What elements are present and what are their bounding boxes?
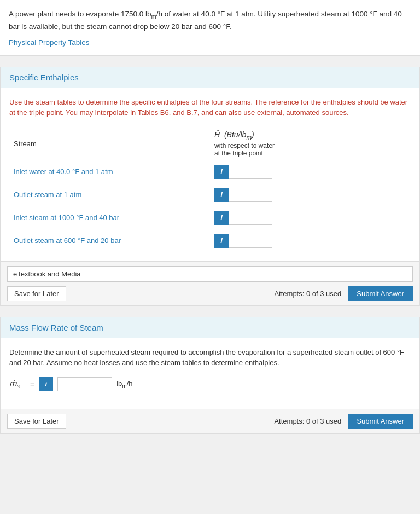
stream-row-2: Outlet steam at 1 atm i [9, 183, 411, 206]
info-button-2[interactable]: i [214, 188, 229, 202]
specific-enthalpies-title: Specific Enthalpies [9, 73, 79, 82]
enthalpy-math: Ĥ (Btu/lbm) [214, 130, 406, 141]
stream-row-4: Outlet steam at 600 °F and 20 bar i [9, 229, 411, 252]
stream-input-cell-4: i [210, 229, 411, 252]
stream-row-1: Inlet water at 40.0 °F and 1 atm i [9, 160, 411, 183]
action-bar-2: Save for Later Attempts: 0 of 3 used Sub… [7, 414, 413, 429]
input-group-3: i [214, 211, 406, 225]
stream-input-cell-2: i [210, 183, 411, 206]
input-group-4: i [214, 234, 406, 248]
mass-flow-description: Determine the amount of superheated stea… [9, 347, 411, 368]
instruction-text: Use the steam tables to determine the sp… [9, 97, 411, 118]
mass-flow-footer: Save for Later Attempts: 0 of 3 used Sub… [1, 409, 419, 433]
input-group-1: i [214, 165, 406, 179]
problem-text: A power plant needs to evaporate 1750.0 … [9, 9, 411, 32]
enthalpy-col-header: Ĥ (Btu/lbm) with respect to water at the… [210, 127, 411, 160]
stream-input-cell-1: i [210, 160, 411, 183]
etextbook-bar-1: eTextbook and Media [7, 266, 413, 282]
stream-label-2: Outlet steam at 1 atm [9, 183, 210, 206]
enthalpy-ref-line1: with respect to water [214, 142, 406, 149]
divider-2 [0, 306, 420, 311]
stream-col-header: Stream [9, 127, 210, 160]
enthalpy-input-2[interactable] [229, 188, 272, 202]
mass-flow-input[interactable] [57, 377, 112, 391]
enthalpy-ref-line2: at the triple point [214, 149, 406, 157]
submit-button-2[interactable]: Submit Answer [348, 414, 413, 429]
specific-enthalpies-panel: Specific Enthalpies Use the steam tables… [0, 67, 420, 306]
info-button-1[interactable]: i [214, 165, 229, 179]
stream-table: Stream Ĥ (Btu/lbm) with respect to water… [9, 127, 411, 252]
mass-flow-panel: Mass Flow Rate of Steam Determine the am… [0, 317, 420, 434]
save-for-later-button-1[interactable]: Save for Later [7, 286, 66, 301]
submit-button-1[interactable]: Submit Answer [348, 286, 413, 301]
info-button-3[interactable]: i [214, 211, 229, 225]
submit-area-2: Attempts: 0 of 3 used Submit Answer [274, 414, 413, 429]
stream-label-4: Outlet steam at 600 °F and 20 bar [9, 229, 210, 252]
mass-flow-header: Mass Flow Rate of Steam [1, 317, 419, 338]
stream-label-3: Inlet steam at 1000 °F and 40 bar [9, 206, 210, 229]
enthalpy-input-1[interactable] [229, 165, 272, 179]
info-button-4[interactable]: i [214, 234, 229, 248]
divider-1 [0, 56, 420, 61]
submit-area-1: Attempts: 0 of 3 used Submit Answer [274, 286, 413, 301]
equals-sign: = [30, 380, 34, 389]
specific-enthalpies-header: Specific Enthalpies [1, 67, 419, 88]
problem-section: A power plant needs to evaporate 1750.0 … [0, 0, 420, 56]
etextbook-label-1: eTextbook and Media [13, 270, 81, 278]
attempts-label-1: Attempts: 0 of 3 used [274, 290, 341, 298]
stream-input-cell-3: i [210, 206, 411, 229]
page-wrapper: A power plant needs to evaporate 1750.0 … [0, 0, 420, 434]
formula-row: ṁs = i lbm/h [9, 377, 411, 391]
action-bar-1: Save for Later Attempts: 0 of 3 used Sub… [7, 286, 413, 301]
mass-flow-body: Determine the amount of superheated stea… [1, 338, 419, 409]
unit-label: lbm/h [116, 379, 132, 389]
mass-flow-title: Mass Flow Rate of Steam [9, 323, 103, 332]
attempts-label-2: Attempts: 0 of 3 used [274, 417, 341, 425]
save-for-later-button-2[interactable]: Save for Later [7, 414, 66, 429]
enthalpy-input-4[interactable] [229, 234, 272, 248]
enthalpy-input-3[interactable] [229, 211, 272, 225]
stream-label-1: Inlet water at 40.0 °F and 1 atm [9, 160, 210, 183]
specific-enthalpies-body: Use the steam tables to determine the sp… [1, 88, 419, 261]
formula-variable: ṁs [9, 379, 26, 389]
stream-row-3: Inlet steam at 1000 °F and 40 bar i [9, 206, 411, 229]
specific-enthalpies-footer: eTextbook and Media Save for Later Attem… [1, 261, 419, 305]
input-group-2: i [214, 188, 406, 202]
physical-property-tables-link[interactable]: Physical Property Tables [9, 38, 90, 47]
info-button-mass-flow[interactable]: i [39, 377, 53, 391]
